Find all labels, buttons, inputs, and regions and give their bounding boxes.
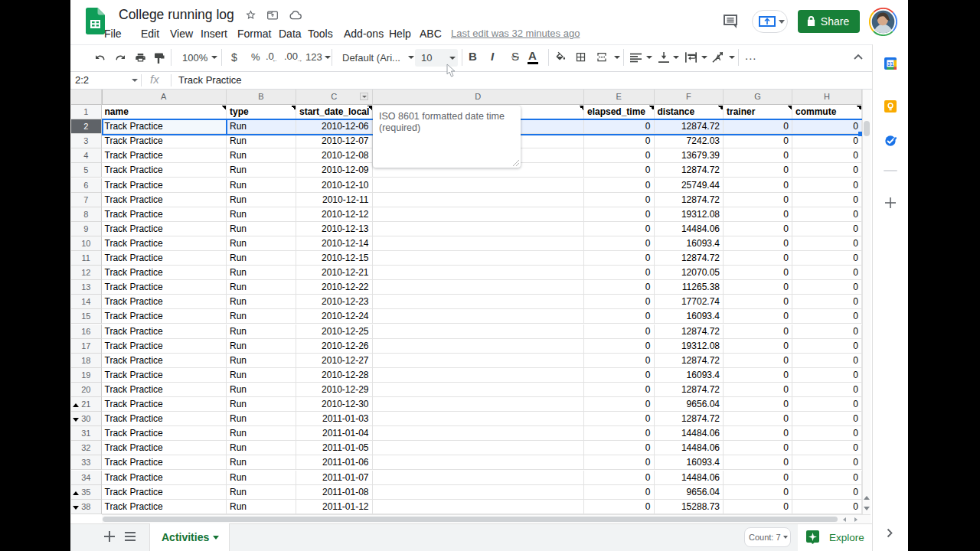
svg-text:31: 31 [887,61,893,67]
